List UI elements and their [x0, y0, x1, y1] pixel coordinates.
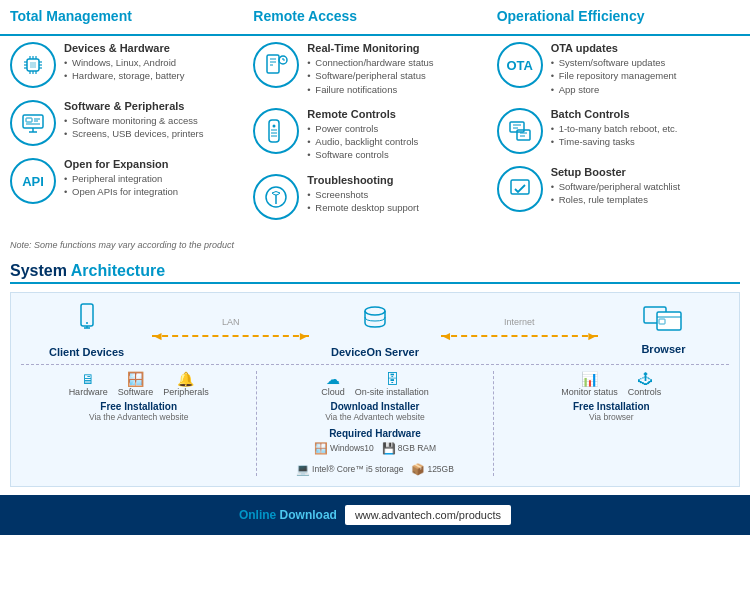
- troubleshooting-bullet-2: Remote desktop support: [307, 201, 419, 214]
- setup-bullet-1: Software/peripheral watchlist: [551, 180, 680, 193]
- hw-cpu: 💻 Intel® Core™ i5 storage: [296, 463, 403, 476]
- expansion-bullet-2: Open APIs for integration: [64, 185, 178, 198]
- note-text: Note: Some functions may vary according …: [0, 238, 750, 256]
- arrow-left2: ◄: [441, 329, 453, 343]
- lan-label: LAN: [222, 317, 240, 327]
- arch-title-black: System: [10, 262, 71, 279]
- server-label: DeviceOn Server: [309, 346, 440, 358]
- remote-controls-text: Remote Controls Power controls Audio, ba…: [307, 108, 418, 162]
- svg-point-29: [273, 124, 276, 127]
- svg-rect-13: [30, 62, 36, 68]
- header: Total Management Remote Access Operation…: [0, 0, 750, 36]
- setup-booster-text: Setup Booster Software/peripheral watchl…: [551, 166, 680, 207]
- feature-batch-controls: Batch Controls 1-to-many batch reboot, e…: [497, 108, 740, 154]
- server-node: DeviceOn Server: [309, 303, 440, 358]
- open-expansion-title: Open for Expansion: [64, 158, 178, 170]
- feature-open-expansion: API Open for Expansion Peripheral integr…: [10, 158, 253, 204]
- internet-label: Internet: [504, 317, 535, 327]
- monitor-icon: [253, 42, 299, 88]
- ota-updates-text: OTA updates System/software updates File…: [551, 42, 677, 96]
- expansion-bullet-1: Peripheral integration: [64, 172, 178, 185]
- svg-point-47: [365, 307, 385, 315]
- features-section: Devices & Hardware Windows, Linux, Andro…: [0, 36, 750, 238]
- cpu-label: Intel® Core™ i5 storage: [312, 464, 403, 474]
- browser-label: Browser: [598, 343, 729, 355]
- software-icon: 🪟: [118, 371, 154, 387]
- footer-url[interactable]: www.advantech.com/products: [345, 505, 511, 525]
- feature-troubleshooting: Troubleshooting Screenshots Remote deskt…: [253, 174, 496, 220]
- browser-install-title: Free Installation: [498, 401, 725, 412]
- feature-software-peripherals: Software & Peripherals Software monitori…: [10, 100, 253, 146]
- windows-icon: 🪟: [314, 442, 328, 455]
- batch-icon: [497, 108, 543, 154]
- client-install-sub: Via the Advantech website: [25, 412, 252, 422]
- features-col3: OTA OTA updates System/software updates …: [497, 42, 740, 232]
- hw-storage: 📦 125GB: [411, 463, 453, 476]
- remote-icon: [253, 108, 299, 154]
- onsite-icon: 🗄: [355, 371, 429, 387]
- req-hw-title: Required Hardware: [261, 428, 488, 439]
- monitoring-bullet-3: Failure notifications: [307, 83, 433, 96]
- controls-label: Controls: [628, 387, 662, 397]
- svg-rect-49: [657, 312, 681, 330]
- onsite-label: On-site installation: [355, 387, 429, 397]
- lan-dashed-arrow: ◄ ►: [152, 329, 309, 343]
- feature-remote-controls: Remote Controls Power controls Audio, ba…: [253, 108, 496, 162]
- internet-dashed-arrow: ◄ ►: [441, 329, 598, 343]
- cpu-icon: 💻: [296, 463, 310, 476]
- header-col1: Total Management: [10, 8, 253, 30]
- server-sub-icons: ☁ Cloud 🗄 On-site installation: [261, 371, 488, 397]
- arch-sub-row: 🖥 Hardware 🪟 Software 🔔 Peripherals Free…: [21, 364, 729, 476]
- open-expansion-text: Open for Expansion Peripheral integratio…: [64, 158, 178, 199]
- svg-rect-42: [511, 180, 529, 194]
- storage-icon: 📦: [411, 463, 425, 476]
- peripherals-sub: 🔔 Peripherals: [163, 371, 209, 397]
- cloud-label: Cloud: [321, 387, 345, 397]
- arch-diagram: Client Devices LAN ◄ ► De: [10, 292, 740, 487]
- monitor-status-sub: 📊 Monitor status: [561, 371, 618, 397]
- feature-ota-updates: OTA OTA updates System/software updates …: [497, 42, 740, 96]
- feature-realtime-monitoring: Real-Time Monitoring Connection/hardware…: [253, 42, 496, 96]
- screen-icon: [10, 100, 56, 146]
- required-hardware: Required Hardware 🪟 Windows10 💾 8GB RAM …: [261, 428, 488, 476]
- storage-label: 125GB: [427, 464, 453, 474]
- svg-rect-21: [267, 55, 279, 73]
- devices-hardware-title: Devices & Hardware: [64, 42, 184, 54]
- features-col2: Real-Time Monitoring Connection/hardware…: [253, 42, 496, 232]
- client-install-title: Free Installation: [25, 401, 252, 412]
- browser-icon: [598, 306, 729, 339]
- api-icon: API: [10, 158, 56, 204]
- svg-rect-28: [269, 120, 279, 142]
- troubleshooting-text: Troubleshooting Screenshots Remote deskt…: [307, 174, 419, 215]
- lan-arrow: LAN ◄ ►: [152, 317, 309, 343]
- batch-bullet-2: Time-saving tasks: [551, 135, 678, 148]
- arch-section: System Architecture Client Devices LAN: [0, 256, 750, 487]
- software-peripherals-text: Software & Peripherals Software monitori…: [64, 100, 203, 141]
- ota-bullet-3: App store: [551, 83, 677, 96]
- ota-bullet-2: File repository management: [551, 69, 677, 82]
- footer-download: Download: [280, 508, 337, 522]
- client-install: Free Installation Via the Advantech webs…: [25, 401, 252, 422]
- software-bullet-2: Screens, USB devices, printers: [64, 127, 203, 140]
- arrow-right2: ►: [586, 329, 598, 343]
- arrow-left: ◄: [152, 329, 164, 343]
- realtime-monitoring-text: Real-Time Monitoring Connection/hardware…: [307, 42, 433, 96]
- ram-icon: 💾: [382, 442, 396, 455]
- server-install-sub: Via the Advantech website: [261, 412, 488, 422]
- browser-install-sub: Via browser: [498, 412, 725, 422]
- devices-hardware-text: Devices & Hardware Windows, Linux, Andro…: [64, 42, 184, 83]
- remote-controls-title: Remote Controls: [307, 108, 418, 120]
- controls-sub: 🕹 Controls: [628, 371, 662, 397]
- hw-ram: 💾 8GB RAM: [382, 442, 436, 455]
- devices-bullet-1: Windows, Linux, Android: [64, 56, 184, 69]
- software-label: Software: [118, 387, 154, 397]
- remote-bullet-2: Audio, backlight controls: [307, 135, 418, 148]
- chip-icon: [10, 42, 56, 88]
- peripherals-icon: 🔔: [163, 371, 209, 387]
- browser-sub-icons: 📊 Monitor status 🕹 Controls: [498, 371, 725, 397]
- arch-title: System Architecture: [10, 262, 740, 284]
- header-col3: Operational Efficiency: [497, 8, 740, 30]
- header-col2: Remote Access: [253, 8, 496, 30]
- cloud-sub: ☁ Cloud: [321, 371, 345, 397]
- server-sub-col: ☁ Cloud 🗄 On-site installation Download …: [257, 371, 493, 476]
